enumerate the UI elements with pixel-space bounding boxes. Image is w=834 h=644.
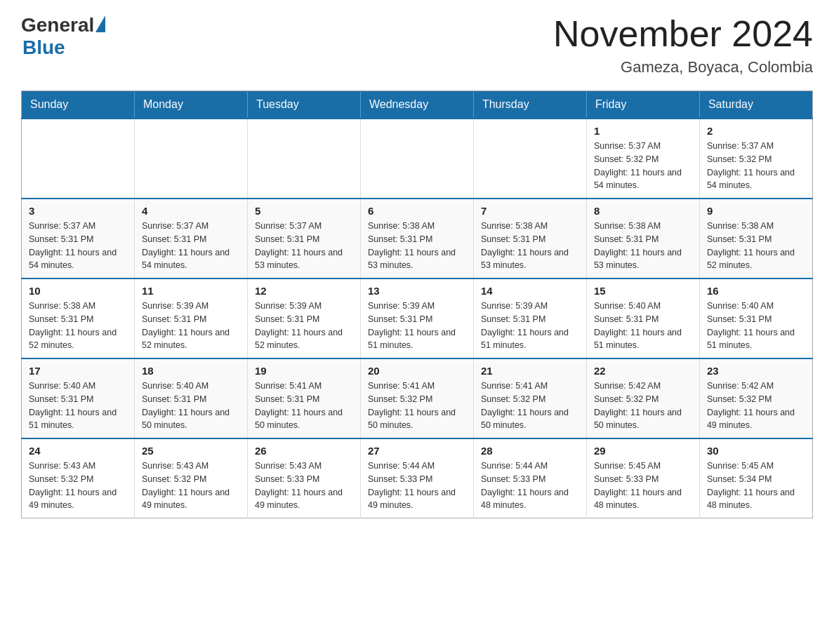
weekday-header-tuesday: Tuesday [247, 91, 360, 119]
day-info: Sunrise: 5:37 AMSunset: 5:32 PMDaylight:… [707, 140, 805, 192]
day-info: Sunrise: 5:38 AMSunset: 5:31 PMDaylight:… [368, 220, 466, 272]
day-number: 6 [368, 205, 466, 217]
day-number: 12 [255, 285, 353, 297]
day-info: Sunrise: 5:39 AMSunset: 5:31 PMDaylight:… [142, 300, 240, 352]
calendar-cell: 20Sunrise: 5:41 AMSunset: 5:32 PMDayligh… [360, 358, 473, 438]
day-number: 29 [594, 445, 692, 457]
day-number: 7 [481, 205, 579, 217]
weekday-header-saturday: Saturday [699, 91, 812, 119]
week-row-3: 10Sunrise: 5:38 AMSunset: 5:31 PMDayligh… [22, 279, 813, 358]
calendar-cell: 9Sunrise: 5:38 AMSunset: 5:31 PMDaylight… [699, 199, 812, 279]
day-number: 11 [142, 285, 240, 297]
day-info: Sunrise: 5:40 AMSunset: 5:31 PMDaylight:… [29, 380, 127, 432]
day-info: Sunrise: 5:44 AMSunset: 5:33 PMDaylight:… [368, 459, 466, 512]
logo: General Blue [21, 14, 105, 59]
day-number: 22 [594, 365, 692, 377]
day-info: Sunrise: 5:37 AMSunset: 5:31 PMDaylight:… [255, 220, 353, 272]
calendar-cell: 7Sunrise: 5:38 AMSunset: 5:31 PMDaylight… [473, 199, 586, 279]
day-number: 28 [481, 445, 579, 457]
day-info: Sunrise: 5:39 AMSunset: 5:31 PMDaylight:… [481, 300, 579, 352]
calendar-cell: 24Sunrise: 5:43 AMSunset: 5:32 PMDayligh… [22, 438, 135, 518]
calendar-cell: 4Sunrise: 5:37 AMSunset: 5:31 PMDaylight… [134, 199, 247, 279]
day-number: 21 [481, 365, 579, 377]
day-number: 19 [255, 365, 353, 377]
weekday-header-monday: Monday [134, 91, 247, 119]
day-info: Sunrise: 5:41 AMSunset: 5:32 PMDaylight:… [481, 380, 579, 432]
calendar-cell: 5Sunrise: 5:37 AMSunset: 5:31 PMDaylight… [247, 199, 360, 279]
calendar-cell [134, 119, 247, 199]
day-number: 30 [707, 445, 805, 457]
calendar-cell: 10Sunrise: 5:38 AMSunset: 5:31 PMDayligh… [22, 279, 135, 358]
calendar: SundayMondayTuesdayWednesdayThursdayFrid… [21, 90, 813, 518]
day-number: 14 [481, 285, 579, 297]
calendar-cell [247, 119, 360, 199]
subtitle: Gameza, Boyaca, Colombia [553, 58, 813, 76]
calendar-cell: 6Sunrise: 5:38 AMSunset: 5:31 PMDaylight… [360, 199, 473, 279]
day-info: Sunrise: 5:39 AMSunset: 5:31 PMDaylight:… [368, 300, 466, 352]
week-row-2: 3Sunrise: 5:37 AMSunset: 5:31 PMDaylight… [22, 199, 813, 279]
calendar-cell: 3Sunrise: 5:37 AMSunset: 5:31 PMDaylight… [22, 199, 135, 279]
calendar-cell: 14Sunrise: 5:39 AMSunset: 5:31 PMDayligh… [473, 279, 586, 358]
calendar-cell: 8Sunrise: 5:38 AMSunset: 5:31 PMDaylight… [586, 199, 699, 279]
day-number: 3 [29, 205, 127, 217]
day-info: Sunrise: 5:37 AMSunset: 5:31 PMDaylight:… [142, 220, 240, 272]
calendar-cell: 13Sunrise: 5:39 AMSunset: 5:31 PMDayligh… [360, 279, 473, 358]
day-info: Sunrise: 5:37 AMSunset: 5:32 PMDaylight:… [594, 140, 692, 192]
title-area: November 2024 Gameza, Boyaca, Colombia [553, 14, 813, 76]
weekday-header-row: SundayMondayTuesdayWednesdayThursdayFrid… [22, 91, 813, 119]
calendar-cell: 17Sunrise: 5:40 AMSunset: 5:31 PMDayligh… [22, 358, 135, 438]
week-row-4: 17Sunrise: 5:40 AMSunset: 5:31 PMDayligh… [22, 358, 813, 438]
day-info: Sunrise: 5:41 AMSunset: 5:31 PMDaylight:… [255, 380, 353, 432]
day-number: 23 [707, 365, 805, 377]
day-info: Sunrise: 5:45 AMSunset: 5:33 PMDaylight:… [594, 459, 692, 512]
day-number: 17 [29, 365, 127, 377]
calendar-cell: 19Sunrise: 5:41 AMSunset: 5:31 PMDayligh… [247, 358, 360, 438]
day-info: Sunrise: 5:39 AMSunset: 5:31 PMDaylight:… [255, 300, 353, 352]
day-info: Sunrise: 5:40 AMSunset: 5:31 PMDaylight:… [142, 380, 240, 432]
day-number: 20 [368, 365, 466, 377]
day-info: Sunrise: 5:38 AMSunset: 5:31 PMDaylight:… [707, 220, 805, 272]
calendar-cell: 18Sunrise: 5:40 AMSunset: 5:31 PMDayligh… [134, 358, 247, 438]
day-info: Sunrise: 5:40 AMSunset: 5:31 PMDaylight:… [594, 300, 692, 352]
calendar-cell [473, 119, 586, 199]
calendar-cell: 29Sunrise: 5:45 AMSunset: 5:33 PMDayligh… [586, 438, 699, 518]
day-info: Sunrise: 5:43 AMSunset: 5:32 PMDaylight:… [142, 459, 240, 512]
day-number: 15 [594, 285, 692, 297]
calendar-cell: 30Sunrise: 5:45 AMSunset: 5:34 PMDayligh… [699, 438, 812, 518]
calendar-cell: 23Sunrise: 5:42 AMSunset: 5:32 PMDayligh… [699, 358, 812, 438]
calendar-cell: 26Sunrise: 5:43 AMSunset: 5:33 PMDayligh… [247, 438, 360, 518]
calendar-cell: 25Sunrise: 5:43 AMSunset: 5:32 PMDayligh… [134, 438, 247, 518]
logo-general-text: General [21, 14, 94, 36]
day-number: 13 [368, 285, 466, 297]
day-number: 18 [142, 365, 240, 377]
day-info: Sunrise: 5:43 AMSunset: 5:32 PMDaylight:… [29, 459, 127, 512]
day-info: Sunrise: 5:44 AMSunset: 5:33 PMDaylight:… [481, 459, 579, 512]
weekday-header-sunday: Sunday [22, 91, 135, 119]
day-info: Sunrise: 5:40 AMSunset: 5:31 PMDaylight:… [707, 300, 805, 352]
day-info: Sunrise: 5:42 AMSunset: 5:32 PMDaylight:… [707, 380, 805, 432]
calendar-cell [360, 119, 473, 199]
calendar-cell: 1Sunrise: 5:37 AMSunset: 5:32 PMDaylight… [586, 119, 699, 199]
weekday-header-wednesday: Wednesday [360, 91, 473, 119]
calendar-cell: 27Sunrise: 5:44 AMSunset: 5:33 PMDayligh… [360, 438, 473, 518]
day-info: Sunrise: 5:38 AMSunset: 5:31 PMDaylight:… [481, 220, 579, 272]
day-number: 16 [707, 285, 805, 297]
calendar-cell: 11Sunrise: 5:39 AMSunset: 5:31 PMDayligh… [134, 279, 247, 358]
calendar-cell: 28Sunrise: 5:44 AMSunset: 5:33 PMDayligh… [473, 438, 586, 518]
day-number: 24 [29, 445, 127, 457]
calendar-cell: 2Sunrise: 5:37 AMSunset: 5:32 PMDaylight… [699, 119, 812, 199]
day-number: 9 [707, 205, 805, 217]
calendar-cell: 22Sunrise: 5:42 AMSunset: 5:32 PMDayligh… [586, 358, 699, 438]
day-info: Sunrise: 5:43 AMSunset: 5:33 PMDaylight:… [255, 459, 353, 512]
day-number: 27 [368, 445, 466, 457]
day-info: Sunrise: 5:38 AMSunset: 5:31 PMDaylight:… [594, 220, 692, 272]
logo-triangle-icon [95, 15, 105, 32]
day-number: 25 [142, 445, 240, 457]
day-number: 8 [594, 205, 692, 217]
calendar-cell: 15Sunrise: 5:40 AMSunset: 5:31 PMDayligh… [586, 279, 699, 358]
day-number: 4 [142, 205, 240, 217]
day-number: 26 [255, 445, 353, 457]
day-info: Sunrise: 5:45 AMSunset: 5:34 PMDaylight:… [707, 459, 805, 512]
day-number: 1 [594, 125, 692, 137]
day-info: Sunrise: 5:42 AMSunset: 5:32 PMDaylight:… [594, 380, 692, 432]
